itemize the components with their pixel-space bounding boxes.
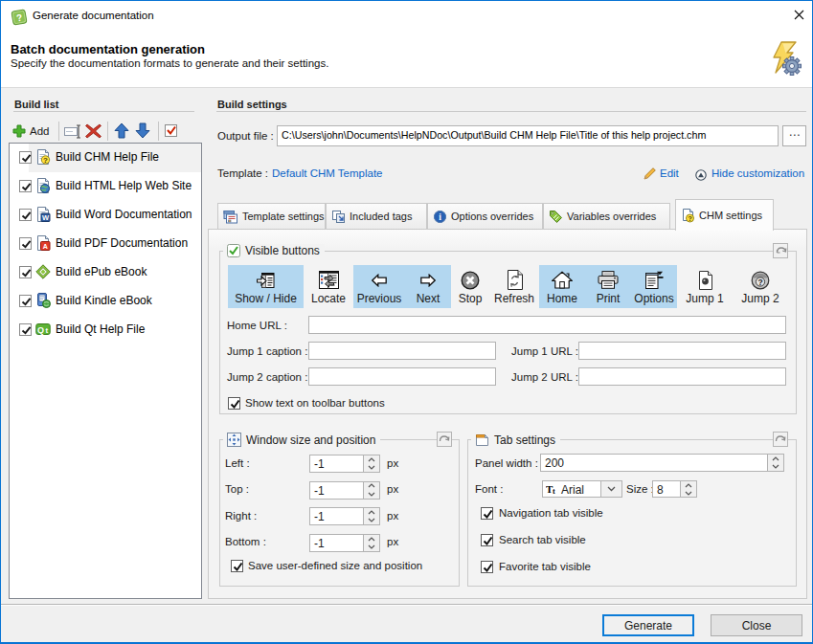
svg-text:W: W (42, 213, 50, 222)
svg-text:t: t (553, 487, 555, 495)
svg-text:?: ? (688, 214, 692, 223)
svg-text:?: ? (43, 156, 48, 165)
svg-text:i: i (439, 212, 441, 222)
svg-text:?: ? (757, 277, 762, 286)
svg-text:t: t (45, 326, 48, 335)
svg-text:A: A (43, 243, 48, 250)
svg-text:Q: Q (37, 325, 44, 335)
